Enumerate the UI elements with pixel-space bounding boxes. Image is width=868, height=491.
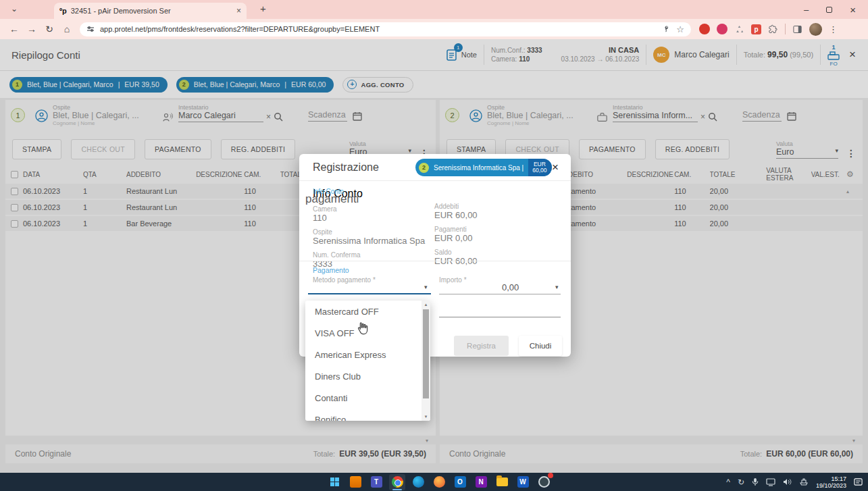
folder-icon <box>496 477 508 486</box>
extensions-puzzle-icon[interactable] <box>768 24 778 34</box>
url-text: app.protel.net/pms/frontdesk/reservation… <box>100 25 656 33</box>
obs-icon <box>538 476 550 488</box>
outlook-icon: O <box>455 476 466 488</box>
browser-toolbar: ← → ↻ ⌂ app.protel.net/pms/frontdesk/res… <box>0 19 868 39</box>
windows-logo-icon <box>330 477 339 486</box>
taskbar-outlook[interactable]: O <box>452 474 468 490</box>
tab-close-icon[interactable]: × <box>236 6 241 16</box>
ship-tray-icon[interactable] <box>799 478 809 486</box>
modal-info-right: Addebiti EUR 60,00 Pagamenti EUR 0,00 Sa… <box>434 201 549 266</box>
importo-label: Importo * <box>439 276 467 284</box>
edge-icon <box>413 476 424 488</box>
taskbar-icons: T O N W <box>326 473 552 491</box>
back-icon[interactable]: ← <box>5 24 23 34</box>
extension-protel-icon[interactable]: p <box>751 24 761 34</box>
scroll-down-icon[interactable]: ▾ <box>422 414 430 419</box>
taskbar-mail-app[interactable] <box>347 474 363 490</box>
chevron-down-icon[interactable]: ▾ <box>555 284 559 290</box>
browser-menu-icon[interactable]: ⋮ <box>829 24 838 34</box>
modal-info-left: Camera 110 Ospite Serenissima Informatic… <box>313 204 428 269</box>
start-button[interactable] <box>326 474 342 490</box>
modal-close-icon[interactable]: × <box>552 161 559 174</box>
taskbar-chrome[interactable] <box>389 474 405 490</box>
metodo-pagamento-select[interactable] <box>308 293 431 294</box>
speaker-icon[interactable] <box>783 478 792 486</box>
home-icon[interactable]: ⌂ <box>58 24 76 34</box>
windows-taskbar: T O N W ^ ↻ 15:17 19/10/2023 <box>0 473 868 491</box>
browser-tab-strip: ⌄ ºp 32451 - pAir Demoversion Ser × + – … <box>0 0 868 19</box>
protel-favicon: ºp <box>59 7 67 15</box>
comment-field[interactable] <box>439 317 561 317</box>
taskbar-word[interactable]: W <box>515 474 531 490</box>
word-icon: W <box>517 476 529 488</box>
extension-red-icon[interactable] <box>699 24 710 34</box>
system-tray: ^ ↻ 15:17 19/10/2023 <box>726 473 863 491</box>
window-controls: – × <box>792 0 868 19</box>
password-key-icon[interactable] <box>661 24 671 34</box>
modal-addebiti-value: EUR 60,00 <box>434 210 549 220</box>
microphone-icon[interactable] <box>752 477 759 486</box>
tab-search-icon[interactable]: ⌄ <box>7 4 22 15</box>
window-close-icon[interactable]: × <box>850 4 856 16</box>
scrollbar-thumb[interactable] <box>423 309 429 398</box>
modal-ospite-value: Serenissima Informatica Spa <box>313 236 428 246</box>
site-info-icon[interactable] <box>86 25 95 33</box>
dropdown-option[interactable]: Bonifico <box>305 409 430 421</box>
taskbar-onenote[interactable]: N <box>473 474 489 490</box>
extensions-row: p ⋮ <box>699 23 838 36</box>
side-panel-icon[interactable] <box>792 24 802 34</box>
modal-camera-value: 110 <box>313 213 428 223</box>
taskbar-file-explorer[interactable] <box>494 474 510 490</box>
teams-icon: T <box>371 476 382 488</box>
url-bar[interactable]: app.protel.net/pms/frontdesk/reservation… <box>80 22 691 36</box>
dropdown-option[interactable]: Contanti <box>305 387 430 409</box>
profile-avatar[interactable] <box>809 23 822 36</box>
mail-app-icon <box>350 476 361 488</box>
pagamento-section-label: Pagamento <box>313 266 349 274</box>
sync-icon[interactable]: ↻ <box>738 477 744 487</box>
reload-icon[interactable]: ↻ <box>41 24 58 34</box>
tab-title: 32451 - pAir Demoversion Ser <box>71 7 216 15</box>
new-tab-button[interactable]: + <box>260 3 266 14</box>
modal-pagamenti-value: EUR 0,00 <box>434 233 549 243</box>
forward-icon[interactable]: → <box>23 24 41 34</box>
dropdown-option[interactable]: Diners Club <box>305 365 430 387</box>
browser-tab[interactable]: ºp 32451 - pAir Demoversion Ser × <box>54 3 247 19</box>
clock[interactable]: 15:17 19/10/2023 <box>816 475 846 489</box>
screen: ⌄ ºp 32451 - pAir Demoversion Ser × + – … <box>0 0 868 491</box>
chevron-down-icon[interactable]: ▾ <box>424 284 428 290</box>
dropdown-option[interactable]: Mastercard OFF <box>305 301 430 322</box>
firefox-icon <box>434 476 445 488</box>
taskbar-firefox[interactable] <box>431 474 447 490</box>
webview: Riepilogo Conti 1 Note Num.Conf.: 3333 C… <box>0 39 868 473</box>
extension-recycle-icon[interactable] <box>734 24 744 34</box>
dropdown-scrollbar[interactable]: ▴ ▾ <box>422 301 430 421</box>
modal-title: Registrazione <box>313 161 379 174</box>
modal-header: Registrazione 2 Serenissima Informatica … <box>299 154 571 181</box>
registra-button[interactable]: Registra <box>454 336 509 356</box>
taskbar-obs[interactable] <box>536 474 552 490</box>
toolbar-divider <box>785 24 786 34</box>
extension-pink-icon[interactable] <box>717 24 727 34</box>
tray-chevron-icon[interactable]: ^ <box>726 477 730 487</box>
payment-method-dropdown: Mastercard OFF VISA OFF American Express… <box>305 301 430 421</box>
metodo-label: Metodo pagamento * <box>313 276 376 284</box>
dropdown-option[interactable]: American Express <box>305 344 430 365</box>
chrome-icon <box>392 476 403 488</box>
chiudi-button[interactable]: Chiudi <box>519 336 562 356</box>
bookmark-star-icon[interactable]: ☆ <box>676 24 684 34</box>
taskbar-edge[interactable] <box>410 474 426 490</box>
pill-amount: EUR60,00 <box>528 159 551 176</box>
modal-account-pill[interactable]: 2 Serenissima Informatica Spa | EUR60,00 <box>415 159 552 176</box>
restore-icon[interactable] <box>826 7 832 13</box>
recording-badge <box>548 473 553 478</box>
taskbar-teams[interactable]: T <box>368 474 384 490</box>
importo-input[interactable]: 0,00 <box>502 282 519 292</box>
notification-center-icon[interactable] <box>854 477 863 486</box>
hand-cursor-icon <box>355 321 370 337</box>
onenote-icon: N <box>476 476 487 488</box>
scroll-up-icon[interactable]: ▴ <box>422 302 430 307</box>
minimize-icon[interactable]: – <box>804 5 809 15</box>
tray-time: 15:17 <box>816 475 846 482</box>
display-icon[interactable] <box>766 478 775 486</box>
